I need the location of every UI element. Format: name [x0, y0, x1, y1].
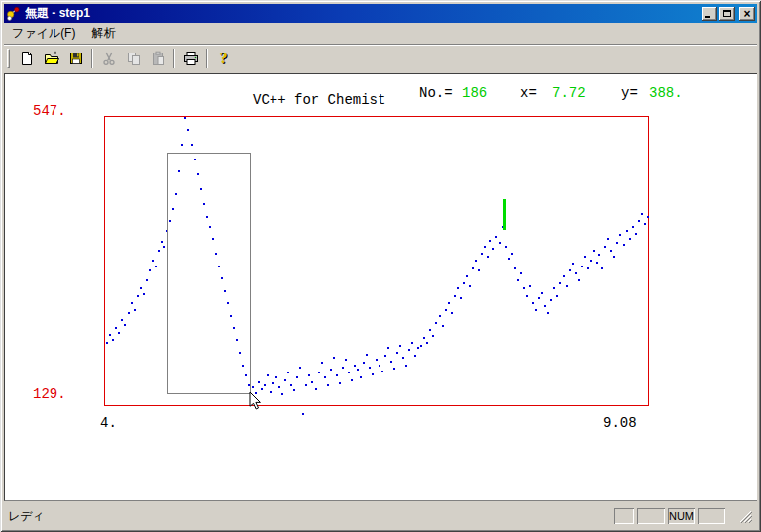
data-point: [258, 381, 260, 383]
data-point: [339, 382, 341, 384]
data-point: [311, 381, 313, 383]
data-point: [121, 319, 123, 321]
menu-file[interactable]: ファイル(F): [4, 23, 83, 44]
data-point: [405, 365, 407, 367]
data-point: [584, 256, 586, 258]
data-point: [596, 262, 598, 264]
menu-analysis[interactable]: 解析: [83, 23, 123, 44]
paste-clipboard-icon: [151, 51, 166, 66]
readout-x-label: x=: [520, 85, 537, 101]
data-point: [140, 287, 142, 289]
plot-area[interactable]: [104, 116, 649, 406]
data-point: [272, 382, 274, 384]
data-point: [161, 241, 163, 243]
status-message: レディ: [8, 508, 45, 525]
data-point: [559, 282, 561, 284]
data-point: [124, 324, 126, 326]
data-point: [445, 309, 447, 311]
close-button[interactable]: ×: [739, 7, 755, 21]
data-point: [635, 233, 637, 235]
new-button[interactable]: [14, 47, 39, 70]
data-point: [469, 285, 471, 287]
data-point: [566, 285, 568, 287]
data-point: [369, 367, 371, 369]
data-point: [638, 220, 640, 222]
cut-scissors-icon: [101, 51, 117, 66]
data-point: [547, 312, 549, 314]
x-axis-max-label: 9.08: [603, 415, 637, 431]
toolbar: ?: [4, 44, 757, 72]
minimize-button[interactable]: [702, 7, 717, 21]
data-point: [305, 384, 307, 386]
data-point: [432, 335, 434, 337]
data-point: [318, 372, 320, 373]
data-point: [252, 386, 254, 388]
data-point: [376, 359, 378, 361]
data-point: [426, 342, 428, 344]
selection-rectangle[interactable]: [167, 153, 251, 395]
data-point: [390, 361, 392, 363]
data-point: [572, 263, 574, 265]
selected-point-marker: [503, 199, 506, 230]
data-point: [187, 129, 189, 131]
title-bar[interactable]: 無題 - step1 ×: [4, 4, 757, 23]
data-point: [601, 267, 603, 269]
data-point: [351, 379, 353, 381]
data-point: [641, 213, 643, 215]
resize-grip-icon[interactable]: [739, 510, 752, 523]
readout-x-value: 7.72: [552, 85, 586, 101]
data-point: [414, 355, 416, 357]
data-point: [128, 312, 130, 314]
data-point: [487, 256, 489, 258]
data-point: [495, 236, 497, 238]
data-point: [629, 238, 631, 240]
data-point: [420, 345, 422, 347]
maximize-icon: [723, 10, 731, 17]
data-point: [321, 362, 323, 364]
data-point: [517, 279, 519, 281]
data-point: [191, 144, 193, 146]
data-point: [578, 279, 580, 281]
help-button[interactable]: ?: [211, 47, 236, 70]
maximize-button[interactable]: [719, 7, 735, 21]
data-point: [569, 269, 571, 271]
data-point: [149, 269, 151, 271]
data-point: [607, 238, 609, 240]
cut-button[interactable]: [96, 47, 121, 70]
status-panel-empty: [698, 508, 725, 524]
data-point: [411, 342, 413, 344]
open-button[interactable]: [39, 47, 63, 70]
data-point: [115, 327, 117, 329]
data-point: [463, 282, 465, 284]
readout-no-label: No.=: [419, 85, 453, 101]
save-button[interactable]: [63, 47, 88, 70]
window-title: 無題 - step1: [25, 5, 700, 22]
data-point: [590, 260, 592, 262]
data-point: [348, 372, 350, 373]
data-point: [508, 258, 510, 260]
y-axis-min-label: 129.: [33, 386, 80, 402]
data-point: [514, 267, 516, 269]
toolbar-gripper[interactable]: [7, 49, 10, 68]
print-button[interactable]: [178, 47, 203, 70]
chart-title: VC++ for Chemist: [253, 92, 385, 108]
data-point: [581, 266, 583, 267]
app-icon[interactable]: [6, 6, 21, 21]
data-point: [287, 372, 289, 373]
data-point: [472, 267, 474, 269]
data-point: [644, 223, 646, 225]
data-point: [492, 248, 494, 250]
data-point: [616, 242, 618, 244]
paste-button[interactable]: [146, 47, 170, 70]
data-point: [532, 302, 534, 304]
open-folder-icon: [44, 51, 59, 66]
data-point: [623, 244, 625, 246]
status-panel-empty: [614, 508, 634, 524]
data-point: [134, 309, 136, 311]
plot-canvas[interactable]: No.= 186 x= 7.72 y= 388. VC++ for Chemis…: [4, 73, 757, 501]
data-point: [484, 246, 486, 248]
copy-button[interactable]: [121, 47, 146, 70]
data-point: [118, 332, 120, 334]
data-point: [131, 302, 133, 304]
data-point: [372, 373, 374, 375]
